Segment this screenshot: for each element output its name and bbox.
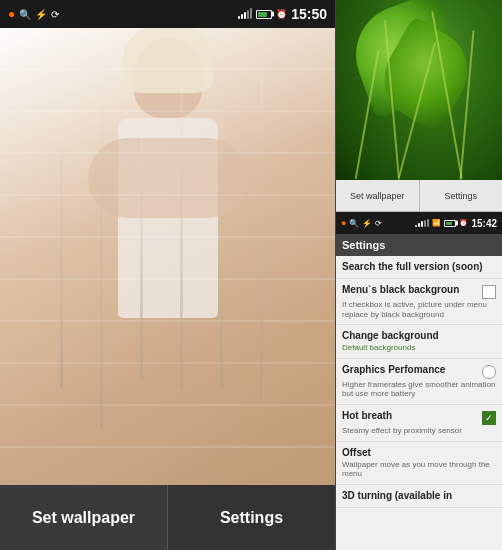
settings-item-menu-bg-title: Menu`s black backgroun [342,284,478,296]
settings-item-graphics-row: Graphics Perfomance [342,364,496,379]
set-wallpaper-button[interactable]: Set wallpaper [0,485,168,550]
settings-item-offset[interactable]: Offset Wallpaper move as you move throug… [336,442,502,485]
settings-item-change-bg-subtitle: Default backgrounds [342,343,496,353]
left-status-time: 15:50 [291,6,327,22]
preview-set-wallpaper-button[interactable]: Set wallpaper [336,180,420,211]
alarm-icon: ⏰ [276,9,287,19]
settings-search-icon: 🔍 [349,219,359,228]
settings-item-hot-breath-title: Hot breath [342,410,478,422]
settings-status-bar: ● 🔍 ⚡ ⟳ 📶 ⏰ 15:42 [336,212,502,234]
settings-alarm-icon: ⏰ [459,219,468,227]
settings-item-graphics-subtitle: Higher framerates give smoother animatio… [342,380,496,399]
left-status-icons-left: ● 🔍 ⚡ ⟳ [8,7,59,21]
left-status-bar: ● 🔍 ⚡ ⟳ ⏰ 15:50 [0,0,335,28]
signal-icon [238,9,252,19]
battery-icon [256,10,272,19]
app-icon: ● [8,7,15,21]
settings-status-icons-left: ● 🔍 ⚡ ⟳ [341,218,382,228]
settings-item-menu-bg-subtitle: If checkbox is active, picture under men… [342,300,496,319]
right-preview-buttons: Set wallpaper Settings [336,180,502,212]
menu-bg-checkbox[interactable] [482,285,496,299]
graphics-radio[interactable] [482,365,496,379]
settings-item-3d-row: 3D turning (available in [342,490,496,502]
settings-signal-icon [415,219,429,227]
settings-item-menu-bg[interactable]: Menu`s black backgroun If checkbox is ac… [336,279,502,325]
settings-item-menu-bg-row: Menu`s black backgroun [342,284,496,299]
settings-item-offset-row: Offset [342,447,496,459]
left-wallpaper-area [0,28,335,485]
usb-icon: ⚡ [35,9,47,20]
settings-item-offset-subtitle: Wallpaper move as you move through the m… [342,460,496,479]
settings-item-search-title: Search the full version (soon) [342,261,496,273]
settings-title-bar: Settings [336,234,502,256]
settings-item-change-bg-row: Change background [342,330,496,342]
settings-item-search-row: Search the full version (soon) [342,261,496,273]
settings-item-graphics-title: Graphics Perfomance [342,364,478,376]
settings-item-search[interactable]: Search the full version (soon) [336,256,502,279]
settings-battery-icon [444,220,456,227]
settings-item-hot-breath-row: Hot breath [342,410,496,425]
settings-status-icons-right: 📶 ⏰ 15:42 [415,218,497,229]
right-preview-wallpaper [336,0,502,180]
settings-usb-icon: ⚡ [362,219,372,228]
hot-breath-checkbox[interactable] [482,411,496,425]
left-bottom-bar: Set wallpaper Settings [0,485,335,550]
settings-item-3d[interactable]: 3D turning (available in [336,485,502,508]
left-panel: ● 🔍 ⚡ ⟳ ⏰ 15:50 [0,0,335,550]
drip-lines [0,28,335,485]
right-panel: Set wallpaper Settings ● 🔍 ⚡ ⟳ 📶 [335,0,502,550]
settings-item-hot-breath-subtitle: Steamy effect by proximity sensor [342,426,496,436]
settings-title: Settings [342,239,385,251]
settings-button[interactable]: Settings [168,485,335,550]
settings-item-change-bg-title: Change background [342,330,496,342]
right-settings-panel: ● 🔍 ⚡ ⟳ 📶 ⏰ 15:42 [336,212,502,550]
settings-list: Search the full version (soon) Menu`s bl… [336,256,502,550]
settings-item-3d-title: 3D turning (available in [342,490,496,502]
left-status-icons-right: ⏰ 15:50 [238,6,327,22]
settings-app-icon: ● [341,218,346,228]
settings-item-graphics[interactable]: Graphics Perfomance Higher framerates gi… [336,359,502,405]
search-icon: 🔍 [19,9,31,20]
settings-sync-icon: ⟳ [375,219,382,228]
sync-icon: ⟳ [51,9,59,20]
settings-item-hot-breath[interactable]: Hot breath Steamy effect by proximity se… [336,405,502,442]
preview-settings-button[interactable]: Settings [420,180,503,211]
settings-wifi-icon: 📶 [432,219,441,227]
settings-status-time: 15:42 [471,218,497,229]
settings-item-change-bg[interactable]: Change background Default backgrounds [336,325,502,359]
settings-item-offset-title: Offset [342,447,496,459]
